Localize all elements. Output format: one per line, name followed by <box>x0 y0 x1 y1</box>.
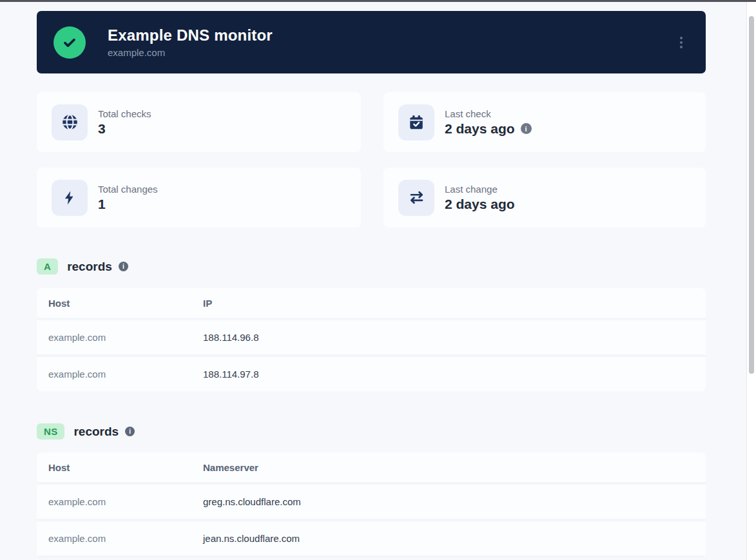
column-header-nameserver: Nameserver <box>203 462 706 473</box>
host-cell: example.com <box>37 369 203 380</box>
record-type-badge: A <box>37 258 58 275</box>
section-ns-records-header: NS records <box>37 422 706 441</box>
stat-value: 3 <box>98 121 106 137</box>
nameserver-cell: jean.ns.cloudflare.com <box>203 533 706 544</box>
stat-card-total-changes: Total changes 1 <box>37 168 361 227</box>
monitor-header-card: Example DNS monitor example.com <box>37 11 706 73</box>
info-icon[interactable] <box>119 262 128 271</box>
table-row: example.com 188.114.97.8 <box>37 357 706 391</box>
table-row: example.com greg.ns.cloudflare.com <box>37 485 706 519</box>
stat-label: Last change <box>445 184 515 195</box>
section-a-records-header: A records <box>37 257 706 276</box>
stats-grid: Total checks 3 Last check 2 days <box>37 92 706 227</box>
stat-value: 2 days ago <box>445 121 515 137</box>
section-title: records <box>67 260 112 274</box>
row-separator <box>37 555 706 558</box>
section-title: records <box>73 425 119 439</box>
page-title: Example DNS monitor <box>108 26 273 44</box>
column-header-host: Host <box>37 462 203 473</box>
info-icon[interactable] <box>125 427 135 436</box>
a-records-table: Host IP example.com 188.114.96.8 example… <box>37 288 706 391</box>
host-cell: example.com <box>37 533 203 544</box>
stat-card-last-check: Last check 2 days ago <box>383 92 706 152</box>
status-ok-badge <box>53 26 86 59</box>
ip-cell: 188.114.97.8 <box>203 369 706 380</box>
stat-value: 1 <box>98 197 106 212</box>
stat-card-last-change: Last change 2 days ago <box>383 168 706 227</box>
table-header-row: Host IP <box>37 288 706 318</box>
scrollbar-thumb[interactable] <box>749 16 754 374</box>
stat-label: Last check <box>445 108 532 119</box>
stat-label: Total checks <box>98 108 151 119</box>
window-top-edge <box>0 0 756 2</box>
globe-icon <box>52 104 88 140</box>
kebab-menu-icon[interactable] <box>676 33 686 52</box>
column-header-host: Host <box>37 298 203 309</box>
stat-label: Total changes <box>98 184 158 195</box>
record-type-badge: NS <box>37 423 64 439</box>
swap-arrows-icon <box>398 180 434 216</box>
bolt-icon <box>52 180 88 216</box>
host-cell: example.com <box>37 496 203 507</box>
stat-card-total-checks: Total checks 3 <box>37 92 361 152</box>
ns-records-table: Host Nameserver example.com greg.ns.clou… <box>37 452 706 558</box>
monitor-domain: example.com <box>108 47 273 58</box>
ip-cell: 188.114.96.8 <box>203 332 706 343</box>
page-content: Example DNS monitor example.com Total ch… <box>0 0 706 558</box>
stat-value: 2 days ago <box>445 197 515 212</box>
table-row: example.com jean.ns.cloudflare.com <box>37 521 706 555</box>
info-icon[interactable] <box>521 123 532 134</box>
table-row: example.com 188.114.96.8 <box>37 320 706 354</box>
nameserver-cell: greg.ns.cloudflare.com <box>203 496 706 507</box>
calendar-check-icon <box>398 104 434 140</box>
check-icon <box>61 34 78 51</box>
table-header-row: Host Nameserver <box>37 452 706 482</box>
host-cell: example.com <box>37 332 203 343</box>
scrollbar-track[interactable] <box>746 2 756 560</box>
column-header-ip: IP <box>203 298 706 309</box>
